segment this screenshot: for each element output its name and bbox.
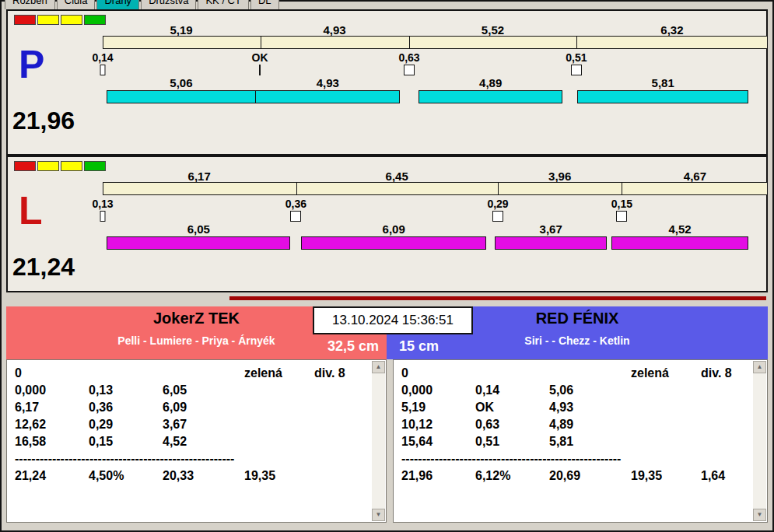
result-cell: 0,14 bbox=[475, 382, 549, 399]
split-tick bbox=[261, 37, 261, 48]
result-cell: 0,000 bbox=[401, 382, 475, 399]
result-cell bbox=[244, 399, 314, 416]
lane-total-time: 21,96 bbox=[12, 107, 75, 134]
result-box-right[interactable]: 0zelenádiv. 80,0000,145,065,19OK4,9310,1… bbox=[393, 359, 768, 523]
scrollbar[interactable]: ▲ ▼ bbox=[753, 361, 766, 521]
result-cell: 21,96 bbox=[401, 467, 475, 485]
result-box-left[interactable]: 0zelenádiv. 80,0000,136,056,170,366,0912… bbox=[6, 359, 387, 523]
result-cell: 20,69 bbox=[549, 467, 631, 485]
result-cell bbox=[701, 399, 750, 416]
result-cell: 3,67 bbox=[163, 416, 244, 433]
tab-dráhy[interactable]: Dráhy bbox=[96, 0, 139, 9]
lane-panel-l: L 21,24 6,176,453,964,67 0,130,360,290,1… bbox=[6, 156, 768, 292]
result-cell: 21,24 bbox=[15, 467, 89, 485]
run-bar bbox=[495, 236, 606, 250]
tab-čidla[interactable]: Čidla bbox=[57, 0, 96, 9]
run-times-row: 5,064,934,895,81 bbox=[103, 77, 748, 89]
result-cell: 0,15 bbox=[89, 433, 163, 450]
split-tick bbox=[576, 37, 577, 48]
result-cell: zelená bbox=[631, 365, 701, 382]
tab-rozběh[interactable]: Rozběh bbox=[5, 0, 55, 9]
run-times-row: 6,056,093,674,52 bbox=[103, 223, 748, 235]
result-table: 0zelenádiv. 80,0000,136,056,170,366,0912… bbox=[15, 365, 369, 519]
result-cell bbox=[631, 399, 701, 416]
run-bar bbox=[611, 236, 749, 250]
run-bar bbox=[107, 236, 290, 250]
team-distance: 32,5 cm bbox=[327, 338, 379, 355]
lane-timeline: 5,194,935,526,32 0,14OK0,630,51 5,064,93… bbox=[103, 11, 766, 104]
result-cell bbox=[701, 416, 750, 433]
start-light-0 bbox=[14, 15, 36, 25]
cross-gap-label: 0,63 bbox=[398, 52, 419, 63]
scroll-up-icon[interactable]: ▲ bbox=[753, 361, 766, 373]
scroll-up-icon[interactable]: ▲ bbox=[372, 361, 385, 373]
result-row: 15,640,515,81 bbox=[401, 433, 750, 450]
run-bar bbox=[419, 90, 562, 103]
cross-marker bbox=[100, 65, 106, 75]
scrollbar[interactable]: ▲ ▼ bbox=[372, 361, 385, 521]
run-bar bbox=[301, 236, 486, 250]
start-light-1 bbox=[37, 161, 59, 171]
start-light-0 bbox=[14, 161, 36, 171]
tab-kk-čt[interactable]: KK / ČT bbox=[198, 0, 249, 9]
result-cell: 16,58 bbox=[15, 433, 89, 450]
result-cell: zelená bbox=[244, 365, 314, 382]
progress-red-bar bbox=[229, 296, 766, 300]
result-cell: 5,19 bbox=[401, 399, 475, 416]
result-cell bbox=[631, 382, 701, 399]
split-time-label: 5,19 bbox=[170, 24, 192, 36]
team-members: Siri - - Chezz - Ketlin bbox=[387, 334, 768, 347]
result-cell: div. 8 bbox=[314, 365, 369, 382]
result-row: 16,580,154,52 bbox=[15, 433, 369, 450]
flyball-timing-app: { "window": { "bg": "#d6d2c9", "accent_b… bbox=[0, 0, 774, 532]
split-time-label: 6,45 bbox=[386, 170, 408, 182]
start-light-2 bbox=[61, 15, 82, 25]
result-row: 21,244,50%20,3319,35 bbox=[15, 467, 369, 485]
result-cell: 0 bbox=[401, 365, 475, 382]
result-cell: 5,06 bbox=[549, 382, 631, 399]
run-bars-row bbox=[103, 90, 748, 104]
run-time-label: 5,06 bbox=[170, 77, 192, 89]
result-cell: 0,63 bbox=[475, 416, 549, 433]
result-cell bbox=[244, 433, 314, 450]
result-cell: 0,36 bbox=[89, 399, 163, 416]
result-cell: 6,09 bbox=[163, 399, 244, 416]
result-cell: 4,50% bbox=[89, 467, 163, 485]
result-tables-row: 0zelenádiv. 80,0000,136,056,170,366,0912… bbox=[6, 359, 768, 523]
result-cell: 4,89 bbox=[549, 416, 631, 433]
split-times-row: 6,176,453,964,67 bbox=[103, 170, 768, 182]
result-cell bbox=[314, 382, 369, 399]
result-cell: 20,33 bbox=[163, 467, 244, 485]
tab-dl[interactable]: DL bbox=[250, 0, 279, 9]
result-cell: 4,52 bbox=[163, 433, 244, 450]
cross-gap-label: 0,14 bbox=[92, 52, 113, 63]
result-cell bbox=[631, 416, 701, 433]
teams-section: JokerZ TEK Pelli - Lumiere - Priya - Árn… bbox=[6, 306, 768, 523]
cross-gap-times-row: 0,14OK0,630,51 bbox=[103, 52, 768, 63]
cross-markers-row bbox=[103, 211, 768, 222]
lane-letter: P bbox=[19, 45, 44, 84]
scroll-down-icon[interactable]: ▼ bbox=[753, 509, 766, 521]
result-cell: 10,12 bbox=[401, 416, 475, 433]
result-cell: 12,62 bbox=[15, 416, 89, 433]
cross-gap-label: 0,36 bbox=[285, 198, 306, 209]
team-distance: 15 cm bbox=[399, 338, 439, 355]
run-bar bbox=[107, 90, 255, 103]
split-time-label: 4,93 bbox=[323, 24, 345, 36]
cross-marker bbox=[492, 211, 503, 222]
result-cell: 5,81 bbox=[549, 433, 631, 450]
cross-marker bbox=[290, 211, 301, 222]
result-cell: 6,12% bbox=[475, 467, 549, 485]
result-cell bbox=[314, 467, 369, 485]
tab-družstva[interactable]: Družstva bbox=[141, 0, 196, 9]
run-time-label: 4,52 bbox=[668, 223, 691, 235]
split-times-row: 5,194,935,526,32 bbox=[103, 24, 768, 36]
start-lights bbox=[14, 161, 106, 171]
result-row: 6,170,366,09 bbox=[15, 399, 369, 416]
datetime-display: 13.10.2024 15:36:51 bbox=[313, 306, 473, 334]
result-cell bbox=[244, 416, 314, 433]
start-light-2 bbox=[61, 161, 82, 171]
result-row: 0,0000,136,05 bbox=[15, 382, 369, 399]
result-cell bbox=[631, 433, 701, 450]
scroll-down-icon[interactable]: ▼ bbox=[372, 509, 385, 521]
